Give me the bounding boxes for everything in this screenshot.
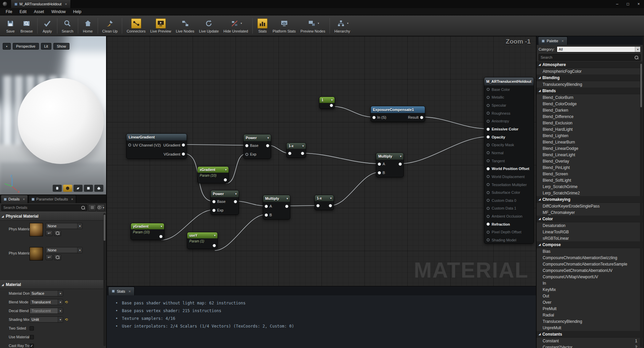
details-scrollbar[interactable]	[103, 213, 106, 346]
palette-item[interactable]: TranslucencyBlending	[537, 318, 643, 325]
show-button[interactable]: Show	[53, 43, 69, 50]
palette-item[interactable]: Out	[537, 293, 643, 299]
palette-category-color[interactable]: ◢Color	[537, 216, 643, 222]
search-details-input[interactable]	[3, 206, 81, 210]
palette-item[interactable]: TranslucencyBlending	[537, 81, 643, 88]
chevron-down-icon[interactable]: ▾	[214, 234, 215, 237]
palette-category-blending[interactable]: ◢Blending	[537, 74, 643, 81]
material-input-row[interactable]: Metallic	[484, 94, 534, 102]
material-input-row[interactable]: World Displacement	[484, 173, 534, 181]
palette-item[interactable]: Lerp_ScratchGrime2	[537, 190, 643, 196]
chevron-down-icon[interactable]: ▾	[400, 155, 401, 158]
palette-item[interactable]: Desaturation	[537, 222, 643, 229]
palette-item[interactable]: Constant1	[537, 338, 643, 344]
tab-close-icon[interactable]: ×	[23, 197, 25, 201]
input-pin-icon[interactable]	[265, 214, 268, 217]
scrollbar-thumb[interactable]	[640, 64, 642, 107]
node-exposure-compensate[interactable]: ExposureCompensate1 In (S) Result	[370, 106, 425, 122]
material-input-row[interactable]: Anisotropy	[484, 117, 534, 125]
perspective-button[interactable]: Perspective	[13, 43, 39, 50]
input-pin-icon[interactable]	[487, 104, 490, 107]
chevron-down-icon[interactable]: ▾	[318, 22, 319, 25]
stats-button[interactable]: Stats	[255, 18, 270, 34]
palette-item[interactable]: Blend_LinearLight	[537, 152, 643, 158]
input-pin-icon[interactable]	[487, 143, 490, 147]
tab-close-icon[interactable]: ×	[561, 39, 563, 43]
palette-item[interactable]: MF_Chromakeyer	[537, 209, 643, 216]
chevron-down-icon[interactable]: ▾	[235, 192, 237, 195]
tab-palette[interactable]: Palette ×	[538, 37, 567, 45]
home-button[interactable]: Home	[80, 18, 96, 34]
menu-edit[interactable]: Edit	[16, 9, 30, 14]
palette-item[interactable]: DiffColorKeyerErodeSinglePass	[537, 203, 643, 209]
palette-item[interactable]: ComposureUVMapViewportUV	[537, 274, 643, 280]
output-pin-icon[interactable]	[399, 163, 402, 166]
input-pin-icon[interactable]	[288, 152, 291, 155]
chevron-down-icon[interactable]: ▾	[267, 136, 269, 139]
hide-unrelated-button[interactable]: ▾ Hide Unrelated	[221, 18, 250, 34]
material-input-row[interactable]: Opacity Mask	[484, 141, 534, 149]
blend-mode-combo[interactable]: Translucent ▾	[30, 299, 63, 305]
palette-item[interactable]: Blend_Difference	[537, 113, 643, 120]
input-pin-icon[interactable]	[487, 191, 490, 194]
preview-viewport[interactable]: ▾ Perspective Lit Show Z X	[0, 36, 106, 194]
material-input-row[interactable]: Base Color	[484, 85, 534, 94]
material-input-row[interactable]: Shading Model	[484, 236, 534, 244]
input-pin-icon[interactable]	[378, 171, 381, 174]
palette-item[interactable]: Blend_ColorDodge	[537, 101, 643, 107]
preview-plane-button[interactable]	[73, 185, 83, 192]
input-pin-icon[interactable]	[487, 135, 490, 138]
material-domain-combo[interactable]: Surface ▾	[30, 290, 63, 296]
input-pin-icon[interactable]	[212, 200, 215, 203]
palette-category-atmosphere[interactable]: ◢Atmosphere	[537, 61, 643, 68]
node-one-minus[interactable]: 1-x▾	[286, 142, 306, 158]
input-pin-icon[interactable]	[487, 96, 490, 99]
palette-category-blends[interactable]: ◢Blends	[537, 88, 643, 94]
output-pin-icon[interactable]	[285, 205, 288, 208]
palette-item[interactable]: Blend_LinearBurn	[537, 139, 643, 145]
section-material[interactable]: ◢ Material	[0, 280, 106, 289]
input-pin-icon[interactable]	[245, 153, 248, 156]
input-pin-icon[interactable]	[487, 183, 490, 186]
material-input-row[interactable]: Normal	[484, 149, 534, 157]
tab-stats[interactable]: Stats ×	[108, 287, 135, 295]
input-pin-icon[interactable]	[265, 205, 268, 208]
use-material-checkbox[interactable]	[30, 335, 34, 339]
phys-material-combo[interactable]: None ▾	[46, 223, 83, 229]
material-input-row[interactable]: World Position Offset	[484, 165, 534, 173]
input-pin-icon[interactable]	[487, 207, 490, 210]
node-multiply[interactable]: Multiply▾ A B	[376, 153, 404, 177]
tab-close-icon[interactable]: ×	[71, 197, 73, 201]
viewport-options-button[interactable]: ▾	[3, 43, 11, 50]
input-pin-icon[interactable]	[128, 143, 131, 147]
phys-material-thumbnail[interactable]	[30, 223, 43, 236]
node-usey[interactable]: useY▾ Param (1)	[187, 232, 218, 249]
use-selected-button[interactable]: ↩	[46, 230, 53, 236]
palette-item[interactable]: Blend_Darken	[537, 107, 643, 113]
node-power[interactable]: Power▾ Base Exp	[243, 134, 271, 159]
phys-material-thumbnail[interactable]	[30, 247, 43, 260]
tab-close-icon[interactable]: ×	[65, 2, 67, 6]
node-power[interactable]: Power▾ Base Exp	[210, 190, 239, 215]
preview-cylinder-button[interactable]	[53, 185, 62, 192]
connectors-button[interactable]: Connectors	[124, 18, 148, 34]
palette-scrollbar[interactable]	[640, 62, 642, 347]
palette-category-chromakeying[interactable]: ◢Chromakeying	[537, 196, 643, 203]
node-multiply[interactable]: Multiply▾ A B	[263, 195, 290, 220]
material-input-row[interactable]: Custom Data 1	[484, 205, 534, 213]
node-xgradient[interactable]: xGradient▾ Param (10)	[197, 166, 229, 183]
palette-item[interactable]: Blend_Exclusion	[537, 120, 643, 126]
chevron-down-icon[interactable]: ▾	[347, 22, 348, 25]
input-pin-icon[interactable]	[487, 120, 490, 123]
live-nodes-button[interactable]: Live Nodes	[174, 18, 197, 34]
material-input-row[interactable]: Refraction	[484, 220, 534, 228]
browse-to-asset-button[interactable]	[54, 254, 61, 260]
minimize-button[interactable]: –	[612, 0, 623, 8]
search-button[interactable]: Search	[59, 18, 76, 34]
palette-item[interactable]: In	[537, 280, 643, 286]
node-one-minus[interactable]: 1-x▾	[314, 195, 334, 210]
tab-close-icon[interactable]: ×	[129, 289, 131, 293]
menu-file[interactable]: File	[2, 9, 16, 14]
scrollbar-thumb[interactable]	[104, 215, 105, 241]
palette-item[interactable]: Bias	[537, 248, 643, 254]
